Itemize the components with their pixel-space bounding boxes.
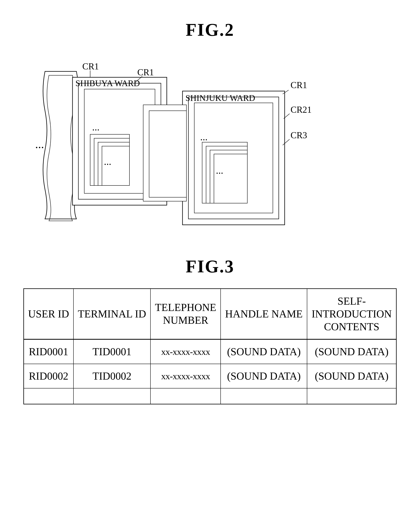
fig2-diagram: ... SHIBUYA WARD ... ... CR1 CR1	[33, 52, 387, 229]
fig3-title: FIG.3	[186, 256, 234, 277]
table-row: RID0002 TID0002 xx-xxxx-xxxx (SOUND DATA…	[24, 364, 397, 388]
fig3-table-container: USER ID TERMINAL ID TELEPHONENUMBER HAND…	[23, 288, 397, 404]
cell-user-id-1: RID0001	[24, 339, 74, 364]
col-header-telephone: TELEPHONENUMBER	[150, 289, 221, 340]
svg-text:SHIBUYA WARD: SHIBUYA WARD	[75, 78, 140, 88]
svg-text:...: ...	[216, 165, 223, 176]
col-header-handle-name: HANDLE NAME	[221, 289, 307, 340]
table-row-empty	[24, 388, 397, 404]
table-row: RID0001 TID0001 xx-xxxx-xxxx (SOUND DATA…	[24, 339, 397, 364]
svg-text:CR21: CR21	[291, 105, 312, 115]
svg-text:...: ...	[35, 138, 44, 151]
svg-text:CR1: CR1	[137, 67, 154, 77]
cell-user-id-2: RID0002	[24, 364, 74, 388]
data-table: USER ID TERMINAL ID TELEPHONENUMBER HAND…	[23, 288, 397, 404]
cell-empty-1	[24, 388, 74, 404]
cell-terminal-id-2: TID0002	[74, 364, 151, 388]
page: FIG.2 ... SHIBUYA WARD ...	[0, 0, 420, 511]
col-header-self-intro: SELF-INTRODUCTIONCONTENTS	[307, 289, 396, 340]
cell-intro-2: (SOUND DATA)	[307, 364, 396, 388]
svg-text:CR1: CR1	[291, 80, 307, 90]
cell-handle-1: (SOUND DATA)	[221, 339, 307, 364]
cell-empty-5	[307, 388, 396, 404]
cell-empty-4	[221, 388, 307, 404]
cell-intro-1: (SOUND DATA)	[307, 339, 396, 364]
svg-text:...: ...	[92, 122, 100, 132]
cell-telephone-1: xx-xxxx-xxxx	[150, 339, 221, 364]
col-header-user-id: USER ID	[24, 289, 74, 340]
cell-empty-3	[150, 388, 221, 404]
svg-text:CR3: CR3	[291, 130, 307, 140]
fig2-title: FIG.2	[186, 20, 234, 40]
cell-empty-2	[74, 388, 151, 404]
cell-handle-2: (SOUND DATA)	[221, 364, 307, 388]
svg-text:CR1: CR1	[82, 61, 99, 71]
table-header-row: USER ID TERMINAL ID TELEPHONENUMBER HAND…	[24, 289, 397, 340]
col-header-terminal-id: TERMINAL ID	[74, 289, 151, 340]
svg-text:...: ...	[104, 156, 111, 167]
cell-telephone-2: xx-xxxx-xxxx	[150, 364, 221, 388]
cell-terminal-id-1: TID0001	[74, 339, 151, 364]
svg-text:SHINJUKU WARD: SHINJUKU WARD	[186, 93, 255, 103]
svg-rect-22	[214, 154, 247, 203]
svg-text:...: ...	[200, 132, 208, 142]
svg-rect-32	[149, 111, 187, 197]
